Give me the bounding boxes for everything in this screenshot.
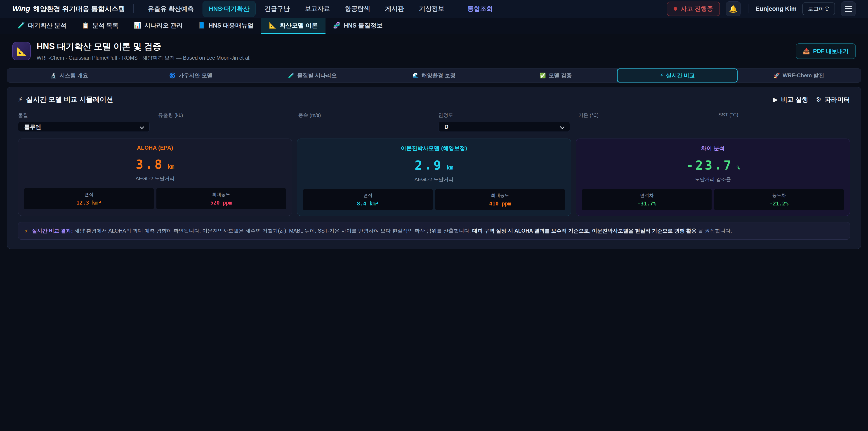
bell-icon: 🔔 (729, 5, 737, 13)
section-tab-gaussian-model[interactable]: 🌀 가우시안 모델 (130, 68, 251, 83)
logout-button[interactable]: 로그아웃 (802, 2, 835, 15)
clipboard-icon: 📋 (82, 22, 89, 29)
subtab-model-theory[interactable]: 📐 확산모델 이론 (261, 18, 326, 34)
subtab-hns-substance-info[interactable]: 🧬 HNS 물질정보 (326, 18, 391, 34)
menu-button[interactable] (841, 1, 856, 16)
field-spill-amount: 유출량 (kL) (158, 112, 290, 132)
section-tab-marine-correction[interactable]: 🌊 해양환경 보정 (374, 68, 494, 83)
sst-label: SST (°C) (718, 112, 850, 118)
cyclone-icon: 🌀 (169, 72, 176, 79)
notifications-button[interactable]: 🔔 (726, 1, 741, 16)
subtab-hns-manual[interactable]: 📘 HNS 대응매뉴얼 (190, 18, 261, 34)
field-stability: 안정도 D (438, 112, 570, 132)
stability-select[interactable]: D (438, 122, 570, 132)
section-tab-substance-scenarios[interactable]: 🧪 물질별 시나리오 (252, 68, 373, 83)
subtab-label: 시나리오 관리 (144, 22, 183, 30)
air-temp-label: 기온 (°C) (579, 112, 710, 119)
spill-amount-input[interactable] (158, 122, 290, 132)
field-wind-speed: 풍속 (m/s) (298, 112, 430, 132)
incident-dot-icon (674, 7, 677, 11)
incident-status-badge: 사고 진행중 (667, 2, 720, 16)
simulation-actions: ▶ 비교 실행 ⚙ 파라미터 (773, 95, 850, 104)
stat-area-diff: 면적차 -31.7% (582, 189, 712, 210)
sst-input[interactable] (718, 121, 850, 131)
stability-label: 안정도 (438, 112, 570, 119)
stat-label: 최대농도 (159, 191, 284, 197)
section-tab-label: 시스템 개요 (59, 72, 88, 79)
stat-max-concentration: 최대농도 520 ppm (156, 188, 286, 209)
topbar-right: 사고 진행중 🔔 Eunjeong Kim 로그아웃 (667, 1, 856, 16)
page-subtitle: WRF-Chem · Gaussian Plume/Puff · ROMS · … (37, 55, 251, 61)
substance-label: 물질 (18, 112, 150, 119)
section-tab-wrf-chem[interactable]: 🚀 WRF-Chem 발전 (739, 68, 859, 83)
nav-item-rescue[interactable]: 긴급구난 (258, 1, 296, 17)
stat-max-concentration: 최대농도 410 ppm (435, 189, 565, 210)
air-temp-input[interactable] (579, 122, 710, 132)
subtab-label: 대기확산 분석 (28, 22, 66, 30)
wave-icon: 🌊 (412, 72, 419, 79)
nav-item-integrated-search[interactable]: 통합조회 (462, 1, 499, 17)
wind-speed-input[interactable] (298, 122, 430, 132)
app-logo[interactable]: Wing 해양환경 위기대응 통합시스템 (12, 4, 125, 13)
section-tab-label: 가우시안 모델 (178, 72, 213, 79)
stat-label: 면적 (305, 192, 430, 198)
pdf-export-label: PDF 내보내기 (813, 48, 848, 55)
section-tabs: 🔬 시스템 개요 🌀 가우시안 모델 🧪 물질별 시나리오 🌊 해양환경 보정 … (7, 68, 861, 83)
stat-value: -21.2% (717, 201, 842, 207)
parameters-button[interactable]: ⚙ 파라미터 (816, 95, 850, 104)
stat-concentration-diff: 농도차 -21.2% (714, 189, 844, 210)
result-unit: km (447, 164, 454, 171)
result-unit: % (737, 164, 740, 171)
check-icon: ✅ (539, 72, 546, 79)
divider (456, 4, 456, 14)
stat-label: 최대농도 (438, 192, 563, 198)
subtab-scenario-management[interactable]: 📊 시나리오 관리 (126, 18, 190, 34)
note-bold: 대피 구역 설정 시 ALOHA 결과를 보수적 기준으로, 이문진박사모델을 … (472, 228, 696, 234)
stat-label: 면적차 (584, 192, 709, 198)
microscope-icon: 🔬 (50, 72, 57, 79)
result-card-title: 차이 분석 (582, 145, 844, 152)
nav-item-reports[interactable]: 보고자료 (299, 1, 336, 17)
section-tab-label: 실시간 비교 (666, 72, 695, 79)
result-label: AEGL-2 도달거리 (303, 176, 565, 183)
dna-icon: 🧬 (333, 22, 340, 29)
nav-item-aerial-search[interactable]: 항공탐색 (339, 1, 376, 17)
section-tab-model-validation[interactable]: ✅ 모델 검증 (495, 68, 616, 83)
result-value: -23.7 (686, 158, 733, 173)
test-tube-icon: 🧪 (288, 72, 294, 79)
result-value: 3.8 (135, 157, 164, 172)
pdf-export-button[interactable]: 📥 PDF 내보내기 (796, 43, 856, 59)
result-stats: 면적차 -31.7% 농도차 -21.2% (582, 189, 844, 210)
lightning-icon: ⚡ (660, 72, 663, 79)
result-card-title: 이문진박사모델 (해양보정) (303, 145, 565, 152)
simulation-title: ⚡ 실시간 모델 비교 시뮬레이션 (18, 95, 113, 104)
section-tab-label: WRF-Chem 발전 (782, 72, 824, 79)
page-header: 📐 HNS 대기확산 모델 이론 및 검증 WRF-Chem · Gaussia… (0, 34, 868, 67)
page-header-text: HNS 대기확산 모델 이론 및 검증 WRF-Chem · Gaussian … (37, 41, 251, 61)
nav-item-weather[interactable]: 기상정보 (413, 1, 450, 17)
topbar: Wing 해양환경 위기대응 통합시스템 유출유 확산예측 HNS·대기확산 긴… (0, 0, 868, 18)
divider (748, 4, 748, 13)
run-comparison-button[interactable]: ▶ 비교 실행 (773, 95, 808, 104)
section-tab-realtime-comparison[interactable]: ⚡ 실시간 비교 (617, 68, 738, 83)
field-air-temp: 기온 (°C) (579, 112, 710, 132)
section-tab-system-overview[interactable]: 🔬 시스템 개요 (9, 68, 129, 83)
nav-item-oil-spill[interactable]: 유출유 확산예측 (142, 1, 199, 17)
result-value: 2.9 (414, 158, 443, 173)
download-icon: 📥 (803, 48, 810, 55)
subtab-dispersion-analysis[interactable]: 🧪 대기확산 분석 (10, 18, 74, 34)
stat-value: 8.4 km² (305, 201, 430, 207)
triangle-ruler-icon: 📐 (269, 22, 276, 29)
play-icon: ▶ (773, 96, 778, 103)
nav-item-board[interactable]: 게시판 (379, 1, 410, 17)
stat-value: -31.7% (584, 201, 709, 207)
subtab-analysis-list[interactable]: 📋 분석 목록 (74, 18, 126, 34)
substance-select[interactable]: 톨루엔 (18, 122, 150, 132)
section-tab-label: 모델 검증 (549, 72, 572, 79)
logo-wing-icon: Wing (12, 4, 30, 13)
result-label: 도달거리 감소율 (582, 176, 844, 183)
stat-value: 410 ppm (438, 201, 563, 207)
nav-item-hns-dispersion[interactable]: HNS·대기확산 (203, 1, 255, 17)
divider (133, 4, 133, 13)
incident-badge-label: 사고 진행중 (681, 5, 713, 13)
